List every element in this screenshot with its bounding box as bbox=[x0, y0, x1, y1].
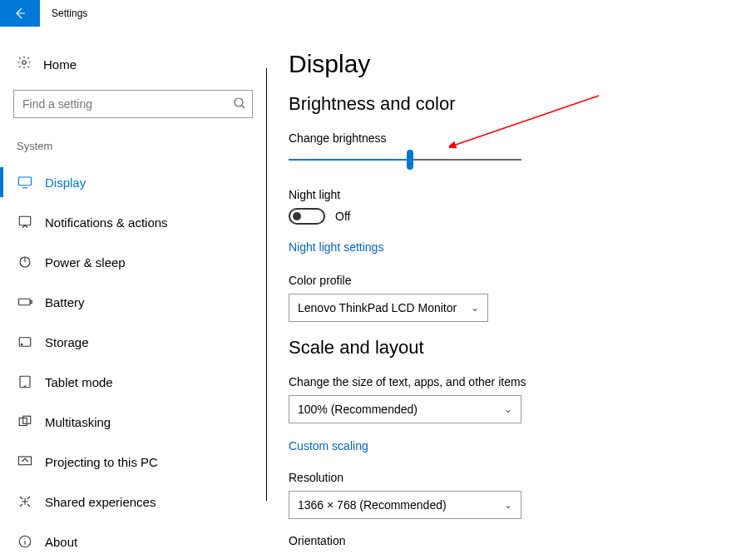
brightness-slider[interactable] bbox=[289, 151, 521, 168]
sidebar-section-header: System bbox=[0, 136, 266, 162]
sidebar-item-multitasking[interactable]: Multitasking bbox=[0, 402, 266, 442]
slider-rest bbox=[410, 159, 521, 161]
sidebar-home-label: Home bbox=[43, 57, 77, 72]
svg-rect-5 bbox=[19, 299, 31, 305]
titlebar: Settings bbox=[0, 0, 756, 27]
display-icon bbox=[17, 175, 33, 190]
sidebar-home[interactable]: Home bbox=[0, 47, 266, 82]
sidebar-item-label: Shared experiences bbox=[45, 495, 156, 509]
svg-point-0 bbox=[22, 61, 27, 65]
resolution-value: 1366 × 768 (Recommended) bbox=[298, 498, 447, 512]
power-icon bbox=[17, 255, 33, 270]
sidebar-item-notifications[interactable]: Notifications & actions bbox=[0, 202, 266, 242]
window-title: Settings bbox=[40, 7, 87, 19]
sidebar-item-projecting[interactable]: Projecting to this PC bbox=[0, 442, 266, 482]
slider-thumb[interactable] bbox=[407, 150, 413, 170]
night-light-settings-link[interactable]: Night light settings bbox=[289, 240, 383, 254]
notifications-icon bbox=[17, 215, 33, 230]
sidebar-item-label: Battery bbox=[45, 295, 85, 309]
toggle-knob bbox=[293, 212, 301, 220]
storage-icon bbox=[17, 334, 33, 349]
custom-scaling-link[interactable]: Custom scaling bbox=[289, 439, 368, 453]
svg-rect-6 bbox=[31, 301, 32, 304]
sidebar-item-label: Projecting to this PC bbox=[45, 455, 158, 469]
sidebar-item-label: Tablet mode bbox=[45, 375, 113, 389]
svg-rect-2 bbox=[19, 177, 32, 186]
page-title: Display bbox=[289, 50, 756, 78]
resolution-select[interactable]: 1366 × 768 (Recommended) ⌄ bbox=[289, 491, 521, 519]
sidebar-item-label: Power & sleep bbox=[45, 255, 126, 270]
sidebar-item-tablet-mode[interactable]: Tablet mode bbox=[0, 362, 266, 402]
svg-rect-3 bbox=[19, 216, 31, 225]
sidebar-item-shared-experiences[interactable]: Shared experiences bbox=[0, 482, 266, 522]
color-profile-select[interactable]: Lenovo ThinkPad LCD Monitor ⌄ bbox=[289, 294, 488, 322]
shared-icon bbox=[17, 494, 33, 509]
back-button[interactable] bbox=[0, 0, 40, 27]
gear-icon bbox=[17, 55, 33, 73]
projecting-icon bbox=[17, 454, 33, 469]
sidebar-item-display[interactable]: Display bbox=[0, 162, 266, 202]
sidebar-item-label: About bbox=[45, 535, 77, 549]
sidebar-item-label: Multitasking bbox=[45, 415, 111, 429]
tablet-icon bbox=[17, 374, 33, 389]
scale-value: 100% (Recommended) bbox=[298, 403, 418, 416]
about-icon bbox=[17, 534, 33, 549]
sidebar-item-label: Display bbox=[45, 176, 86, 190]
main-content: Display Brightness and color Change brig… bbox=[267, 27, 756, 559]
scale-section-heading: Scale and layout bbox=[289, 337, 756, 359]
battery-icon bbox=[17, 294, 33, 309]
search-input[interactable] bbox=[13, 90, 253, 118]
chevron-down-icon: ⌄ bbox=[504, 499, 512, 511]
sidebar-item-label: Storage bbox=[45, 335, 89, 349]
night-light-toggle-state: Off bbox=[335, 210, 350, 223]
color-profile-value: Lenovo ThinkPad LCD Monitor bbox=[298, 301, 457, 314]
sidebar-item-battery[interactable]: Battery bbox=[0, 282, 266, 322]
night-light-label: Night light bbox=[289, 188, 756, 201]
scale-label: Change the size of text, apps, and other… bbox=[289, 375, 756, 388]
sidebar-item-power[interactable]: Power & sleep bbox=[0, 242, 266, 282]
multitasking-icon bbox=[17, 414, 33, 429]
scale-select[interactable]: 100% (Recommended) ⌄ bbox=[289, 395, 521, 423]
sidebar-item-storage[interactable]: Storage bbox=[0, 322, 266, 362]
orientation-label: Orientation bbox=[289, 534, 756, 547]
brightness-label: Change brightness bbox=[289, 131, 756, 145]
sidebar: Home System Display Notifications & acti… bbox=[0, 27, 266, 559]
search-field-container bbox=[13, 90, 253, 118]
color-profile-label: Color profile bbox=[289, 274, 756, 287]
chevron-down-icon: ⌄ bbox=[504, 403, 512, 415]
slider-fill bbox=[289, 159, 410, 161]
brightness-section-heading: Brightness and color bbox=[289, 93, 756, 115]
sidebar-item-label: Notifications & actions bbox=[45, 215, 168, 230]
chevron-down-icon: ⌄ bbox=[471, 302, 479, 314]
night-light-toggle[interactable] bbox=[289, 208, 325, 225]
svg-point-8 bbox=[22, 344, 23, 345]
sidebar-item-about[interactable]: About bbox=[0, 522, 266, 559]
back-arrow-icon bbox=[13, 7, 27, 20]
resolution-label: Resolution bbox=[289, 471, 756, 484]
